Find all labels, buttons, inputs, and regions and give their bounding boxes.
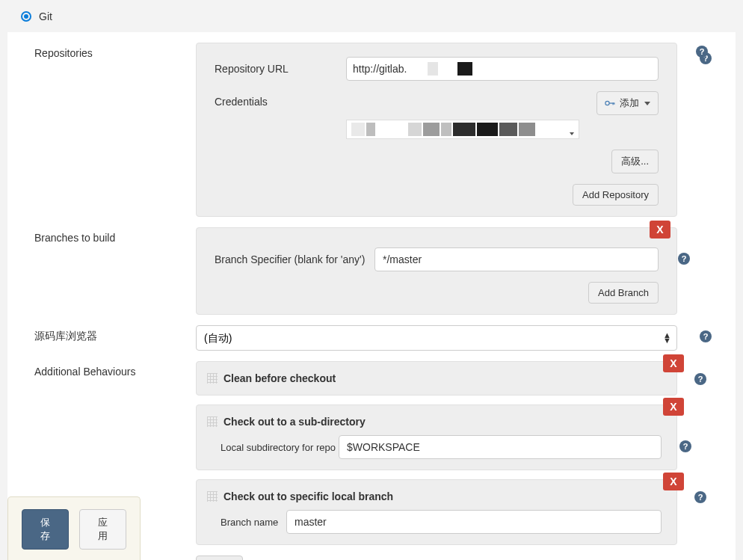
delete-behaviour-button[interactable]: X — [663, 354, 684, 372]
branches-section-label: Branches to build — [7, 227, 196, 244]
drag-handle-icon[interactable] — [207, 373, 218, 384]
behaviour-title-label: Check out to a sub-directory — [223, 416, 366, 428]
delete-branch-button[interactable]: X — [650, 221, 670, 239]
behaviour-clean-before-checkout: X Clean before checkout — [196, 361, 677, 396]
scm-git-header[interactable]: Git — [7, 0, 736, 32]
help-icon[interactable] — [696, 45, 708, 58]
delete-behaviour-button[interactable]: X — [663, 473, 684, 490]
svg-rect-1 — [609, 102, 614, 103]
chevron-down-icon — [570, 132, 574, 135]
help-icon[interactable] — [700, 330, 712, 342]
behaviour-local-branch: X Check out to specific local branch Bra… — [196, 479, 677, 545]
scm-type-label: Git — [39, 10, 52, 22]
behaviour-subdirectory: X Check out to a sub-directory Local sub… — [196, 404, 677, 470]
add-branch-button[interactable]: Add Branch — [588, 282, 659, 304]
repository-url-label: Repository URL — [215, 63, 346, 75]
branch-name-label: Branch name — [207, 517, 286, 528]
help-icon[interactable] — [694, 372, 706, 385]
key-icon — [605, 99, 615, 107]
branch-panel: X Branch Specifier (blank for 'any') Add… — [196, 227, 677, 315]
credentials-select[interactable] — [346, 120, 579, 139]
repository-panel: Repository URL http://gitlab. — [196, 43, 677, 217]
svg-rect-2 — [613, 102, 614, 105]
subdirectory-input[interactable] — [339, 435, 662, 459]
help-icon[interactable] — [694, 490, 706, 503]
repositories-section-label: Repositories — [7, 43, 196, 59]
branch-specifier-label: Branch Specifier (blank for 'any') — [215, 253, 374, 265]
branch-name-input[interactable] — [286, 510, 662, 534]
credentials-label: Credentials — [215, 91, 346, 108]
apply-button[interactable]: 应用 — [79, 509, 126, 550]
delete-behaviour-button[interactable]: X — [663, 398, 684, 416]
footer-actions: 保存 应用 — [7, 496, 141, 560]
branch-specifier-input[interactable] — [374, 247, 659, 271]
advanced-button[interactable]: 高级... — [611, 150, 659, 173]
repository-url-input[interactable]: http://gitlab. — [346, 57, 659, 81]
chevron-down-icon — [644, 102, 650, 105]
subdirectory-label: Local subdirectory for repo — [207, 442, 339, 453]
drag-handle-icon[interactable] — [207, 416, 218, 427]
drag-handle-icon[interactable] — [207, 491, 218, 502]
add-repository-button[interactable]: Add Repository — [573, 184, 659, 206]
add-credential-button[interactable]: 添加 — [596, 91, 659, 115]
help-icon[interactable] — [678, 252, 690, 265]
help-icon[interactable] — [679, 440, 691, 452]
repo-browser-section-label: 源码库浏览器 — [7, 325, 196, 343]
save-button[interactable]: 保存 — [22, 509, 69, 550]
add-behaviour-button[interactable]: 新增 — [196, 556, 243, 560]
behaviour-title-label: Check out to specific local branch — [223, 490, 393, 502]
svg-rect-3 — [614, 102, 614, 104]
additional-behaviours-section-label: Additional Behaviours — [7, 361, 196, 378]
behaviour-title-label: Clean before checkout — [223, 372, 336, 384]
radio-selected-icon — [21, 11, 31, 22]
repo-browser-select[interactable]: (自动) — [196, 325, 677, 351]
svg-point-0 — [605, 101, 609, 105]
